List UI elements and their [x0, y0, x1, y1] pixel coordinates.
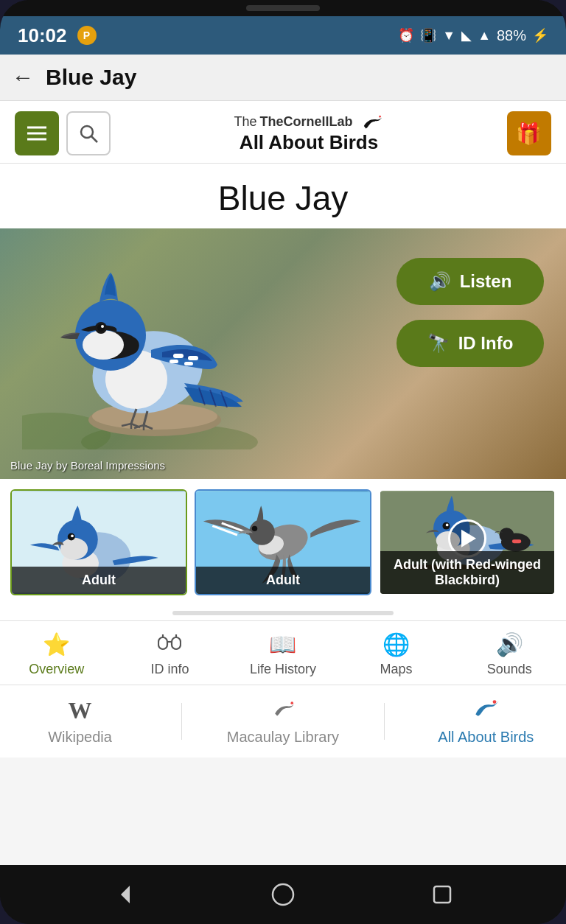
macaulay-icon — [270, 697, 296, 724]
wikipedia-label: Wikipedia — [48, 729, 112, 746]
bottom-nav: ⭐ Overview ID info 📖 Life History — [0, 620, 566, 685]
nav-overview[interactable]: ⭐ Overview — [20, 631, 94, 677]
android-nav-bar — [0, 865, 566, 924]
top-bar: ← Blue Jay — [0, 55, 566, 101]
android-recents-icon — [431, 883, 453, 906]
svg-marker-64 — [121, 886, 130, 903]
svg-point-17 — [83, 330, 124, 360]
page-title: Blue Jay — [46, 65, 136, 90]
nav-life-history[interactable]: 📖 Life History — [246, 631, 320, 677]
nav-sounds[interactable]: 🔊 Sounds — [472, 631, 546, 677]
scroll-indicator — [0, 606, 566, 620]
android-home-icon — [270, 881, 296, 908]
search-icon — [78, 123, 99, 144]
divider-2 — [384, 703, 385, 740]
star-icon: ⭐ — [43, 631, 70, 657]
binoculars-nav-icon — [158, 631, 181, 657]
status-time: 10:02 — [18, 24, 67, 47]
binoculars-icon — [158, 631, 181, 652]
gift-icon: 🎁 — [516, 122, 542, 146]
wikipedia-icon: W — [69, 697, 92, 724]
nav-overview-label: Overview — [29, 662, 84, 677]
battery-text: 88% — [497, 27, 526, 44]
listen-label: Listen — [460, 271, 512, 292]
signal-icon: ◣ — [461, 27, 472, 43]
svg-point-36 — [60, 538, 88, 560]
alarm-icon: ⏰ — [398, 27, 414, 43]
cornell-bird-icon — [359, 113, 384, 131]
thumbnails-section: Adult — [0, 479, 566, 606]
thumb-label-3: Adult (with Red-winged Blackbird) — [380, 551, 554, 594]
book-icon: 📖 — [269, 631, 296, 657]
header-left-buttons — [15, 111, 111, 155]
nav-id-info[interactable]: ID info — [133, 631, 206, 677]
svg-line-4 — [91, 136, 97, 142]
id-info-label: ID Info — [458, 333, 514, 354]
globe-icon: 🌐 — [382, 631, 410, 657]
svg-rect-13 — [188, 356, 198, 360]
android-recents-button[interactable] — [426, 878, 458, 911]
svg-rect-12 — [173, 354, 184, 358]
wifi-icon: ▼ — [442, 28, 455, 43]
macaulay-label: Macaulay Library — [227, 729, 339, 746]
svg-rect-58 — [172, 637, 181, 649]
thumbnail-2[interactable]: Adult — [195, 489, 371, 595]
plex-icon: P — [77, 26, 97, 45]
cornell-brand-text: TheCornellLab — [260, 114, 353, 130]
android-home-button[interactable] — [267, 878, 299, 911]
nav-maps[interactable]: 🌐 Maps — [360, 631, 433, 677]
aab-icon — [471, 697, 500, 724]
thumbnail-3[interactable]: Adult (with Red-winged Blackbird) — [379, 489, 556, 595]
nav-id-info-label: ID info — [150, 662, 189, 677]
external-links-bar: W Wikipedia Macaulay Library — [0, 685, 566, 757]
svg-point-44 — [249, 519, 275, 545]
svg-point-5 — [379, 115, 381, 117]
all-about-birds-link[interactable]: All About Birds — [427, 697, 545, 746]
search-button[interactable] — [66, 111, 111, 155]
svg-rect-56 — [512, 539, 521, 543]
svg-rect-66 — [434, 886, 450, 903]
all-about-birds-label: All About Birds — [438, 729, 534, 746]
vibrate-icon: 📳 — [420, 27, 436, 43]
svg-rect-14 — [170, 360, 178, 363]
svg-point-45 — [252, 526, 257, 531]
status-bar: 10:02 P ⏰ 📳 ▼ ◣ ▲ 88% ⚡ — [0, 16, 566, 55]
wikipedia-link[interactable]: W Wikipedia — [21, 697, 139, 746]
header-logo-bar: TheTheCornellLab All About Birds 🎁 — [0, 101, 566, 164]
app-content: ← Blue Jay — [0, 55, 566, 865]
network-icon: ▲ — [478, 28, 491, 43]
svg-point-38 — [71, 534, 74, 537]
svg-point-3 — [81, 126, 93, 138]
thumbnail-1[interactable]: Adult — [10, 489, 187, 595]
binoculars-icon: 🔭 — [427, 333, 450, 354]
nav-sounds-label: Sounds — [487, 662, 532, 677]
battery-icon: ⚡ — [532, 27, 548, 43]
macaulay-bird-icon — [270, 697, 296, 719]
cornell-lab-logo: TheTheCornellLab — [234, 113, 383, 131]
svg-point-20 — [101, 325, 104, 328]
menu-button[interactable] — [15, 111, 59, 155]
hero-image: 🔊 Listen 🔭 ID Info Blue Jay by Boreal Im… — [0, 228, 566, 479]
nav-maps-label: Maps — [380, 662, 413, 677]
svg-point-19 — [97, 324, 105, 332]
scroll-bar — [172, 611, 394, 615]
all-about-birds-icon — [471, 697, 500, 719]
svg-point-53 — [446, 524, 449, 527]
status-icons: ⏰ 📳 ▼ ◣ ▲ 88% ⚡ — [398, 27, 548, 44]
logo-center: TheTheCornellLab All About Birds — [234, 113, 383, 154]
bird-name-heading: Blue Jay — [0, 178, 566, 218]
listen-button[interactable]: 🔊 Listen — [396, 258, 544, 305]
hamburger-icon — [26, 125, 48, 142]
thumb-label-1: Adult — [12, 567, 186, 594]
bird-name-section: Blue Jay — [0, 164, 566, 228]
android-back-button[interactable] — [108, 878, 140, 911]
app-title: All About Birds — [240, 131, 378, 154]
sound-icon: 🔊 — [496, 631, 523, 657]
gift-button[interactable]: 🎁 — [507, 111, 551, 155]
blue-jay-svg — [22, 243, 273, 449]
play-triangle-icon — [461, 530, 476, 547]
id-info-button[interactable]: 🔭 ID Info — [396, 320, 544, 367]
macaulay-link[interactable]: Macaulay Library — [224, 697, 342, 746]
nav-life-history-label: Life History — [250, 662, 316, 677]
back-button[interactable]: ← — [12, 65, 34, 90]
